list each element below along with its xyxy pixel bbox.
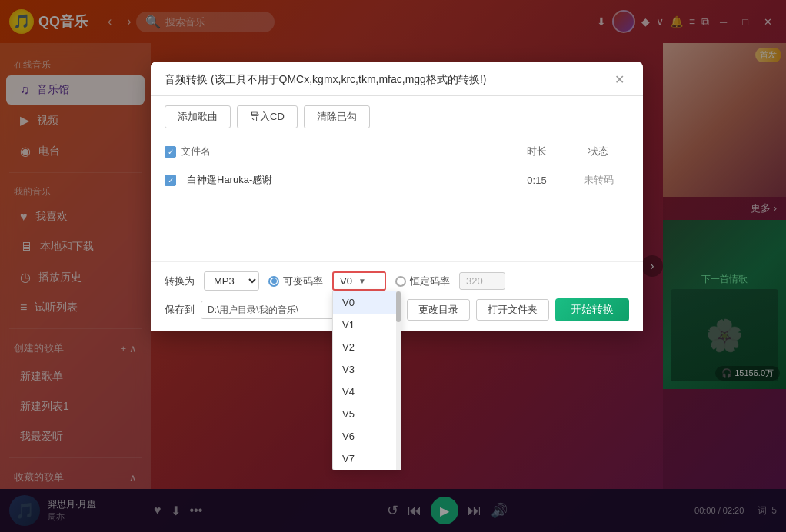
cbr-radio-indicator <box>395 276 406 287</box>
modal-title: 音频转换 (该工具不用于QMCx,kgmx,krc,tkm,mfac,mgg格式… <box>165 73 486 87</box>
vbr-option-v7[interactable]: V7 <box>333 447 401 470</box>
vbr-dropdown-list: V0 V1 V2 V3 V4 V5 V6 V7 <box>332 291 401 470</box>
vbr-arrow-icon: ▼ <box>358 277 366 285</box>
header-checkbox[interactable]: ✓ <box>165 146 176 158</box>
vbr-option-v4[interactable]: V4 <box>333 381 401 403</box>
add-song-button[interactable]: 添加歌曲 <box>165 105 231 128</box>
vbr-option-v5[interactable]: V5 <box>333 403 401 425</box>
convert-options-row: 转换为 MP3 AAC FLAC 可变码率 V0 ▼ V0 V1 V2 <box>165 271 629 291</box>
vbr-scrollbar[interactable] <box>396 291 401 470</box>
col-status: 状态 <box>568 145 629 158</box>
open-folder-button[interactable]: 打开文件夹 <box>476 299 549 321</box>
vbr-option-v0[interactable]: V0 <box>333 291 401 314</box>
vbr-selected-value: V0 <box>340 275 352 287</box>
file-list-area: ✓ 文件名 时长 状态 ✓ 白神遥Haruka-感谢 0:15 未转码 <box>151 138 643 261</box>
start-convert-button[interactable]: 开始转换 <box>555 298 629 321</box>
vbr-radio[interactable]: 可变码率 <box>268 274 323 288</box>
file-duration: 0:15 <box>506 175 568 186</box>
file-name: 白神遥Haruka-感谢 <box>187 173 272 187</box>
vbr-option-v3[interactable]: V3 <box>333 358 401 381</box>
vbr-label: 可变码率 <box>283 274 323 288</box>
file-list-header: ✓ 文件名 时长 状态 <box>165 138 629 165</box>
cbr-value-input[interactable] <box>459 272 505 290</box>
vbr-option-v6[interactable]: V6 <box>333 425 401 447</box>
modal-close-button[interactable]: ✕ <box>610 72 629 88</box>
col-filename: ✓ 文件名 <box>165 145 506 158</box>
clear-checked-button[interactable]: 清除已勾 <box>304 105 370 128</box>
format-select[interactable]: MP3 AAC FLAC <box>204 271 259 291</box>
vbr-option-v1[interactable]: V1 <box>333 314 401 336</box>
vbr-dropdown-wrapper: V0 ▼ V0 V1 V2 V3 V4 V5 V6 V7 <box>332 271 386 291</box>
table-row: ✓ 白神遥Haruka-感谢 0:15 未转码 <box>165 165 629 195</box>
convert-label: 转换为 <box>165 274 195 288</box>
row-checkbox[interactable]: ✓ <box>165 175 176 186</box>
vbr-radio-indicator <box>268 276 279 287</box>
change-dir-button[interactable]: 更改目录 <box>407 299 470 321</box>
file-status: 未转码 <box>568 173 629 187</box>
audio-convert-modal: 音频转换 (该工具不用于QMCx,kgmx,krc,tkm,mfac,mgg格式… <box>151 62 643 331</box>
vbr-option-v2[interactable]: V2 <box>333 336 401 358</box>
cbr-label: 恒定码率 <box>410 274 450 288</box>
modal-options: 转换为 MP3 AAC FLAC 可变码率 V0 ▼ V0 V1 V2 <box>151 261 643 331</box>
vbr-select-box[interactable]: V0 ▼ <box>332 271 386 291</box>
save-label: 保存到 <box>165 303 195 317</box>
vbr-scrollbar-thumb <box>396 291 401 322</box>
import-cd-button[interactable]: 导入CD <box>237 105 298 128</box>
file-name-cell: ✓ 白神遥Haruka-感谢 <box>165 173 506 187</box>
modal-toolbar: 添加歌曲 导入CD 清除已勾 <box>151 96 643 138</box>
modal-header: 音频转换 (该工具不用于QMCx,kgmx,krc,tkm,mfac,mgg格式… <box>151 62 643 96</box>
cbr-radio[interactable]: 恒定码率 <box>395 274 450 288</box>
col-duration: 时长 <box>506 145 568 158</box>
